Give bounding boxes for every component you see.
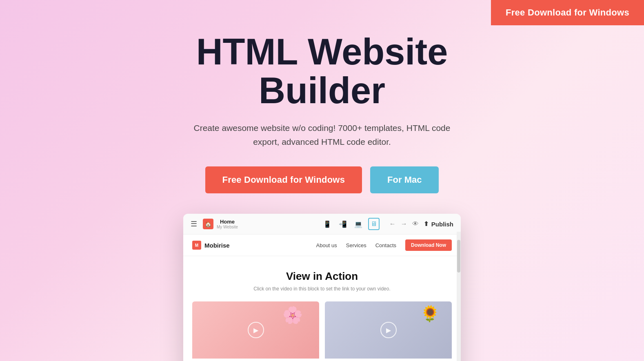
app-toolbar: ☰ 🏠 Home My Website 📱 📲 💻 🖥 ← → 👁 ⬆ (183, 214, 461, 235)
device-icons-row: 📱 📲 💻 🖥 (322, 218, 380, 230)
video-thumb-grey: 🌻 ▶ (325, 301, 452, 359)
video-card-1[interactable]: 🌸 ▶ Video Description (192, 301, 319, 361)
back-icon[interactable]: ← (389, 220, 396, 228)
preview-icon[interactable]: 👁 (412, 220, 419, 228)
video-grid: 🌸 ▶ Video Description 🌻 ▶ Video Descript… (192, 301, 452, 361)
toolbar-home-title: Home (217, 219, 238, 225)
home-icon: 🏠 (203, 219, 213, 229)
menu-icon[interactable]: ☰ (191, 219, 197, 228)
windows-download-button[interactable]: Free Download for Windows (205, 166, 362, 193)
cta-row: Free Download for Windows For Mac (205, 166, 439, 193)
plant-decoration: 🌸 (282, 306, 303, 325)
inner-download-button[interactable]: Download Now (405, 239, 452, 251)
hero-subtitle: Create awesome website w/o coding! 7000+… (183, 121, 461, 148)
tablet-device-icon[interactable]: 📲 (337, 219, 349, 230)
top-bar: Free Download for Windows (491, 0, 644, 25)
flower-decoration: 🌻 (420, 305, 440, 323)
services-link[interactable]: Services (346, 242, 366, 248)
inner-content: View in Action Click on the video in thi… (183, 256, 461, 361)
inner-nav-links: About us Services Contacts Download Now (316, 239, 452, 251)
app-scrollbar[interactable] (457, 232, 461, 361)
hero-title: HTML Website Builder (155, 33, 489, 110)
mobile-device-icon[interactable]: 📱 (322, 219, 333, 230)
publish-button[interactable]: ⬆ Publish (424, 220, 453, 228)
view-in-action-title: View in Action (192, 270, 452, 283)
upload-icon: ⬆ (424, 220, 429, 228)
desktop-device-icon[interactable]: 🖥 (368, 218, 380, 230)
toolbar-actions: ← → 👁 ⬆ Publish (389, 220, 453, 228)
inner-logo: M Mobirise (192, 241, 316, 250)
play-button-2[interactable]: ▶ (380, 322, 397, 338)
scrollbar-thumb (457, 240, 460, 272)
toolbar-home-text: Home My Website (217, 219, 238, 229)
video-thumb-pink: 🌸 ▶ (192, 301, 319, 359)
inner-website-nav: M Mobirise About us Services Contacts Do… (183, 235, 461, 256)
toolbar-home-subtitle: My Website (217, 225, 238, 229)
mac-download-button[interactable]: For Mac (370, 166, 439, 193)
top-download-button[interactable]: Free Download for Windows (491, 0, 644, 25)
contacts-link[interactable]: Contacts (375, 242, 396, 248)
laptop-device-icon[interactable]: 💻 (353, 219, 364, 230)
video-card-2[interactable]: 🌻 ▶ Video Description (325, 301, 452, 361)
mobirise-logo-icon: M (192, 241, 201, 250)
view-in-action-subtitle: Click on the video in this block to set … (192, 286, 452, 292)
publish-label: Publish (431, 221, 453, 228)
toolbar-home: 🏠 Home My Website (203, 219, 316, 229)
forward-icon[interactable]: → (401, 220, 407, 228)
hero-section: HTML Website Builder Create awesome webs… (0, 0, 644, 361)
mobirise-logo-text: Mobirise (204, 242, 230, 249)
play-button-1[interactable]: ▶ (248, 322, 264, 338)
about-us-link[interactable]: About us (316, 242, 337, 248)
app-preview-window: ☰ 🏠 Home My Website 📱 📲 💻 🖥 ← → 👁 ⬆ (183, 214, 461, 361)
